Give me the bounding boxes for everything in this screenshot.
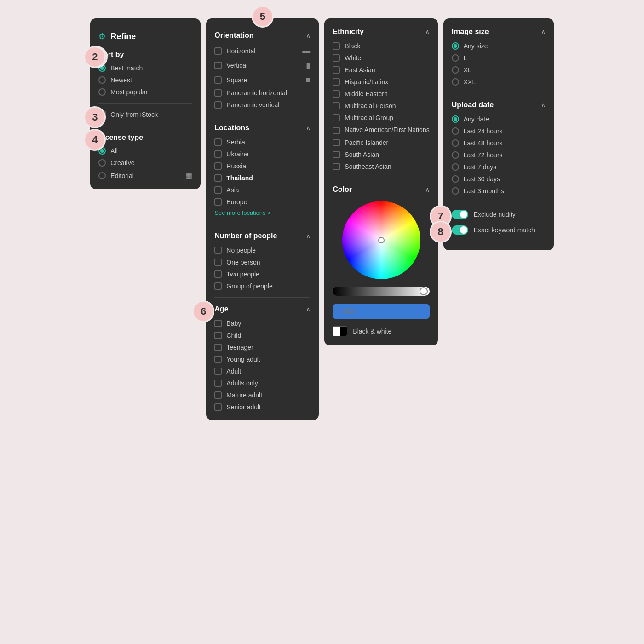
date-7d[interactable]: Last 7 days xyxy=(452,163,546,171)
location-thailand-checkbox[interactable] xyxy=(214,174,222,182)
locations-chevron[interactable]: ∧ xyxy=(306,124,310,132)
age-chevron[interactable]: ∧ xyxy=(306,305,310,313)
people-group-checkbox[interactable] xyxy=(214,282,222,290)
sort-newest[interactable]: Newest xyxy=(98,76,192,84)
people-one[interactable]: One person xyxy=(214,259,310,266)
color-wheel[interactable] xyxy=(342,201,420,279)
bw-row[interactable]: Black & white xyxy=(333,326,429,336)
num-people-chevron[interactable]: ∧ xyxy=(306,232,310,240)
eth-hispanic[interactable]: Hispanic/Latinx xyxy=(333,78,429,86)
eth-black-checkbox[interactable] xyxy=(333,42,340,50)
license-editorial[interactable]: Editorial ▦ xyxy=(98,171,192,180)
age-baby-checkbox[interactable] xyxy=(214,320,222,327)
image-size-chevron[interactable]: ∧ xyxy=(541,28,546,35)
age-baby[interactable]: Baby xyxy=(214,320,310,327)
eth-native-american-checkbox[interactable] xyxy=(333,127,340,134)
age-adults-only[interactable]: Adults only xyxy=(214,380,310,387)
age-teenager[interactable]: Teenager xyxy=(214,344,310,351)
date-any-radio[interactable] xyxy=(452,115,459,123)
date-7d-radio[interactable] xyxy=(452,163,459,171)
location-ukraine[interactable]: Ukraine xyxy=(214,150,310,158)
date-72h-radio[interactable] xyxy=(452,151,459,159)
size-xl-radio[interactable] xyxy=(452,66,459,74)
size-xxl-radio[interactable] xyxy=(452,78,459,86)
location-russia[interactable]: Russia xyxy=(214,162,310,170)
age-senior-checkbox[interactable] xyxy=(214,403,222,411)
size-xl[interactable]: XL xyxy=(452,66,546,74)
eth-multiracial-person[interactable]: Multiracial Person xyxy=(333,102,429,109)
license-all[interactable]: All xyxy=(98,147,192,155)
eth-multiracial-group[interactable]: Multiracial Group xyxy=(333,114,429,121)
eth-east-asian-checkbox[interactable] xyxy=(333,66,340,74)
location-europe-checkbox[interactable] xyxy=(214,198,222,206)
size-l-radio[interactable] xyxy=(452,54,459,62)
date-any[interactable]: Any date xyxy=(452,115,546,123)
orientation-square-checkbox[interactable] xyxy=(214,76,222,84)
orientation-vertical-checkbox[interactable] xyxy=(214,62,222,69)
date-30d[interactable]: Last 30 days xyxy=(452,175,546,183)
age-adults-only-checkbox[interactable] xyxy=(214,380,222,387)
brightness-handle[interactable] xyxy=(420,287,428,295)
age-adult-checkbox[interactable] xyxy=(214,368,222,375)
people-none[interactable]: No people xyxy=(214,247,310,254)
eth-pacific-islander[interactable]: Pacific Islander xyxy=(333,139,429,146)
people-none-checkbox[interactable] xyxy=(214,247,222,254)
location-asia-checkbox[interactable] xyxy=(214,186,222,194)
eth-middle-eastern[interactable]: Middle Eastern xyxy=(333,90,429,98)
date-48h[interactable]: Last 48 hours xyxy=(452,139,546,147)
eth-pacific-islander-checkbox[interactable] xyxy=(333,139,340,146)
orientation-chevron[interactable]: ∧ xyxy=(306,32,310,39)
ethnicity-chevron[interactable]: ∧ xyxy=(425,28,430,35)
size-xxl[interactable]: XXL xyxy=(452,78,546,86)
orientation-pan-h[interactable]: Panoramic horizontal xyxy=(214,89,310,97)
date-3m-radio[interactable] xyxy=(452,187,459,195)
eth-hispanic-checkbox[interactable] xyxy=(333,78,340,86)
orientation-pan-v-checkbox[interactable] xyxy=(214,101,222,109)
license-creative-radio[interactable] xyxy=(98,159,106,167)
sort-popular[interactable]: Most popular xyxy=(98,88,192,96)
age-mature-checkbox[interactable] xyxy=(214,391,222,399)
size-l[interactable]: L xyxy=(452,54,546,62)
eth-multiracial-person-checkbox[interactable] xyxy=(333,102,340,109)
orientation-pan-v[interactable]: Panoramic vertical xyxy=(214,101,310,109)
exclude-nudity-toggle[interactable] xyxy=(452,210,468,219)
age-child[interactable]: Child xyxy=(214,332,310,339)
location-europe[interactable]: Europe xyxy=(214,198,310,206)
date-24h-radio[interactable] xyxy=(452,127,459,135)
date-24h[interactable]: Last 24 hours xyxy=(452,127,546,135)
orientation-horizontal-checkbox[interactable] xyxy=(214,47,222,55)
upload-date-chevron[interactable]: ∧ xyxy=(541,101,546,109)
date-48h-radio[interactable] xyxy=(452,139,459,147)
sort-best-match[interactable]: Best match xyxy=(98,64,192,72)
people-two[interactable]: Two people xyxy=(214,270,310,278)
orientation-horizontal[interactable]: Horizontal ▬ xyxy=(214,46,310,56)
location-serbia[interactable]: Serbia xyxy=(214,138,310,146)
eth-white-checkbox[interactable] xyxy=(333,54,340,62)
eth-white[interactable]: White xyxy=(333,54,429,62)
date-30d-radio[interactable] xyxy=(452,175,459,183)
age-young-adult-checkbox[interactable] xyxy=(214,356,222,363)
eth-native-american[interactable]: Native American/First Nations xyxy=(333,126,429,134)
eth-south-asian-checkbox[interactable] xyxy=(333,151,340,158)
location-asia[interactable]: Asia xyxy=(214,186,310,194)
license-editorial-radio[interactable] xyxy=(98,172,106,179)
date-72h[interactable]: Last 72 hours xyxy=(452,151,546,159)
age-mature[interactable]: Mature adult xyxy=(214,391,310,399)
eth-southeast-asian[interactable]: Southeast Asian xyxy=(333,163,429,170)
people-one-checkbox[interactable] xyxy=(214,259,222,266)
size-any[interactable]: Any size xyxy=(452,42,546,50)
eth-southeast-asian-checkbox[interactable] xyxy=(333,163,340,170)
hex-input[interactable] xyxy=(333,304,429,319)
people-two-checkbox[interactable] xyxy=(214,270,222,278)
date-3m[interactable]: Last 3 months xyxy=(452,187,546,195)
sort-newest-radio[interactable] xyxy=(98,76,106,84)
eth-south-asian[interactable]: South Asian xyxy=(333,151,429,158)
size-any-radio[interactable] xyxy=(452,42,459,50)
exact-keyword-toggle[interactable] xyxy=(452,225,468,235)
see-more-locations[interactable]: See more locations > xyxy=(214,209,270,216)
orientation-square[interactable]: Square ■ xyxy=(214,75,310,85)
age-teenager-checkbox[interactable] xyxy=(214,344,222,351)
sort-popular-radio[interactable] xyxy=(98,88,106,96)
location-ukraine-checkbox[interactable] xyxy=(214,150,222,158)
orientation-pan-h-checkbox[interactable] xyxy=(214,89,222,97)
